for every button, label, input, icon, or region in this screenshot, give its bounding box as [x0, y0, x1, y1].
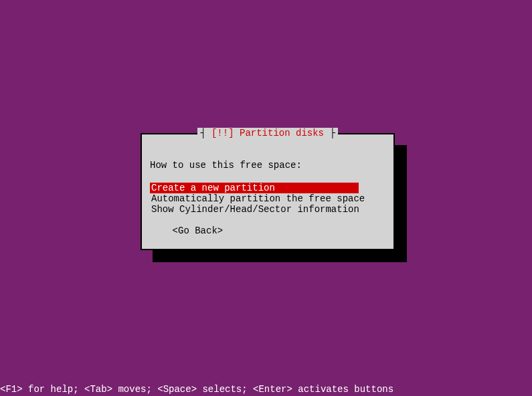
options-list: Create a new partition Automatically par…: [150, 183, 366, 215]
dialog-title: ┤ [!!] Partition disks ├: [142, 128, 393, 138]
title-marker: [!!]: [211, 128, 234, 138]
go-back-button[interactable]: <Go Back>: [150, 225, 223, 236]
title-bracket-close: ├: [324, 128, 335, 138]
option-auto-partition[interactable]: Automatically partition the free space: [150, 193, 366, 204]
option-create-new-partition[interactable]: Create a new partition: [150, 183, 359, 193]
partition-dialog: ┤ [!!] Partition disks ├ How to use this…: [141, 133, 395, 250]
title-bracket-open: ┤: [200, 128, 211, 138]
title-text: Partition disks: [240, 128, 324, 138]
option-show-chs-info[interactable]: Show Cylinder/Head/Sector information: [150, 204, 366, 215]
status-bar: <F1> for help; <Tab> moves; <Space> sele…: [0, 383, 532, 396]
dialog-prompt: How to use this free space:: [150, 160, 302, 171]
